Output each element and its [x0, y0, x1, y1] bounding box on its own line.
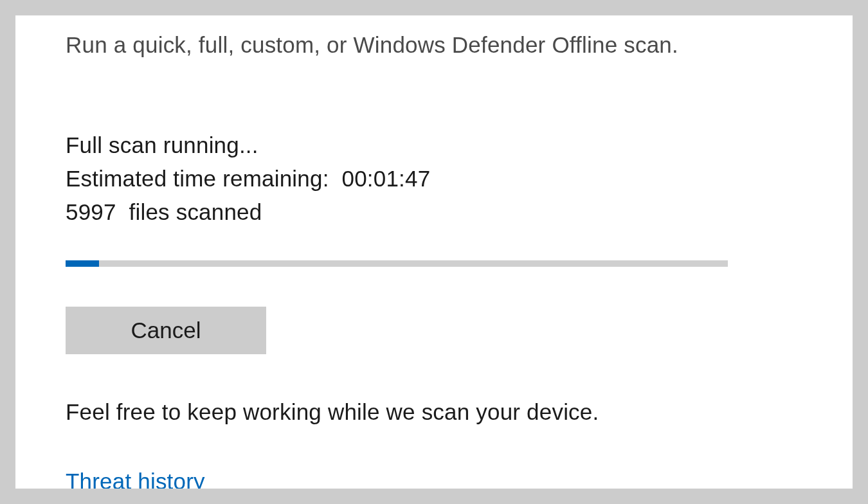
scan-progress-fill [66, 260, 99, 267]
scan-info-text: Feel free to keep working while we scan … [66, 399, 802, 425]
cancel-button[interactable]: Cancel [66, 307, 266, 354]
scan-status-line: Full scan running... [66, 129, 802, 162]
threat-history-link[interactable]: Threat history [66, 469, 802, 489]
scan-files-line: 5997 files scanned [66, 195, 802, 229]
scan-panel: Run a quick, full, custom, or Windows De… [15, 15, 853, 489]
eta-value: 00:01:47 [341, 166, 430, 191]
files-label: files scanned [129, 199, 262, 224]
files-count: 5997 [66, 199, 116, 224]
panel-subtitle: Run a quick, full, custom, or Windows De… [66, 32, 802, 58]
scan-status-block: Full scan running... Estimated time rema… [66, 129, 802, 228]
scan-eta-line: Estimated time remaining: 00:01:47 [66, 162, 802, 195]
eta-label: Estimated time remaining: [66, 166, 329, 191]
scan-progress-bar [66, 260, 728, 267]
